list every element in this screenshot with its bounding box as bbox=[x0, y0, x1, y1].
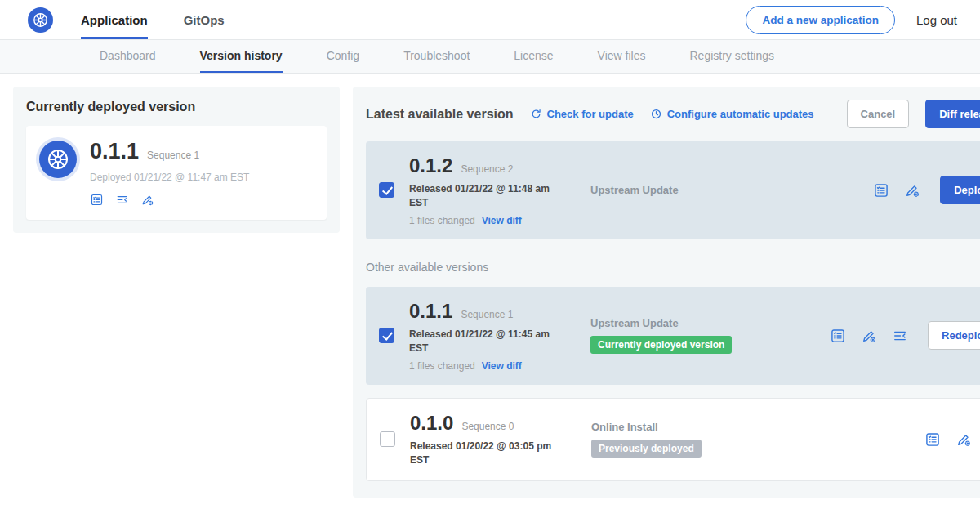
version-sequence: Sequence 2 bbox=[461, 163, 513, 175]
app-sub-nav: Dashboard Version history Config Trouble… bbox=[0, 40, 980, 74]
edit-config-button[interactable] bbox=[956, 431, 972, 448]
release-notes-icon bbox=[90, 193, 104, 207]
tab-application[interactable]: Application bbox=[81, 0, 148, 39]
release-notes-button[interactable] bbox=[90, 193, 104, 207]
edit-config-button[interactable] bbox=[861, 328, 877, 344]
diff-releases-button[interactable]: Diff releases bbox=[925, 100, 980, 128]
subnav-item-config[interactable]: Config bbox=[327, 40, 359, 73]
version-source: Upstream Update Currently deployed versi… bbox=[590, 317, 732, 354]
source-label: Online Install bbox=[591, 421, 702, 433]
released-timestamp: Released 01/21/22 @ 11:45 am EST bbox=[409, 328, 564, 356]
release-notes-icon bbox=[830, 328, 846, 344]
released-timestamp: Released 01/21/22 @ 11:48 am EST bbox=[409, 182, 564, 211]
top-tabs: Application GitOps bbox=[81, 0, 225, 39]
currently-deployed-card: Currently deployed version 0.1.1 Sequenc… bbox=[13, 87, 340, 233]
version-checkbox-wrapper bbox=[380, 431, 395, 447]
add-application-button[interactable]: Add a new application bbox=[746, 6, 895, 34]
edit-config-button[interactable] bbox=[904, 182, 920, 199]
panel-header: Latest available version Check for updat… bbox=[366, 100, 980, 128]
main-content: Currently deployed version 0.1.1 Sequenc… bbox=[0, 74, 980, 511]
subnav-item-license[interactable]: License bbox=[514, 40, 553, 73]
configure-updates-label: Configure automatic updates bbox=[667, 108, 814, 120]
subnav-item-view-files[interactable]: View files bbox=[598, 40, 646, 73]
currently-deployed-badge: Currently deployed version bbox=[590, 336, 732, 354]
kubernetes-logo bbox=[28, 7, 53, 33]
configure-updates-link[interactable]: Configure automatic updates bbox=[650, 108, 814, 120]
wrench-gear-icon bbox=[861, 328, 877, 344]
panel-title: Latest available version bbox=[366, 107, 514, 122]
deployed-card-title: Currently deployed version bbox=[26, 100, 327, 114]
check-for-update-label: Check for update bbox=[547, 108, 634, 120]
view-diff-button[interactable] bbox=[115, 193, 129, 207]
version-select-checkbox[interactable] bbox=[379, 182, 394, 198]
top-right-actions: Add a new application Log out bbox=[746, 6, 957, 34]
deployed-version-number: 0.1.1 bbox=[90, 139, 139, 164]
version-number: 0.1.2 bbox=[409, 154, 452, 177]
release-notes-icon bbox=[873, 182, 889, 199]
version-source: Upstream Update bbox=[590, 184, 679, 196]
version-row-0-1-1: 0.1.1 Sequence 1 Released 01/21/22 @ 11:… bbox=[366, 287, 980, 385]
version-actions: Deploy bbox=[873, 176, 980, 204]
deployed-timestamp: Deployed 01/21/22 @ 11:47 am EST bbox=[90, 172, 249, 183]
subnav-item-version-history[interactable]: Version history bbox=[200, 40, 283, 73]
other-versions-heading: Other available versions bbox=[366, 261, 980, 274]
files-changed-line: 1 files changed View diff bbox=[409, 360, 590, 372]
version-select-checkbox[interactable] bbox=[379, 328, 394, 343]
view-diff-button[interactable] bbox=[892, 328, 908, 344]
version-select-checkbox[interactable] bbox=[380, 431, 395, 447]
version-checkbox-wrapper bbox=[379, 182, 394, 198]
version-actions: Redeploy bbox=[830, 321, 980, 350]
diff-icon bbox=[115, 193, 129, 207]
logout-link[interactable]: Log out bbox=[916, 13, 957, 27]
version-history-panel: Latest available version Check for updat… bbox=[353, 87, 980, 498]
check-for-update-link[interactable]: Check for update bbox=[530, 108, 634, 120]
refresh-icon bbox=[530, 108, 542, 120]
clock-icon bbox=[650, 108, 662, 120]
redeploy-button[interactable]: Redeploy bbox=[928, 321, 980, 350]
deployed-version-sequence: Sequence 1 bbox=[147, 150, 199, 161]
app-icon bbox=[39, 141, 77, 178]
release-notes-button[interactable] bbox=[873, 182, 889, 199]
source-label: Upstream Update bbox=[590, 184, 679, 196]
release-notes-icon bbox=[924, 431, 941, 448]
view-diff-link[interactable]: View diff bbox=[482, 360, 522, 372]
subnav-item-dashboard[interactable]: Dashboard bbox=[100, 40, 156, 73]
cancel-button[interactable]: Cancel bbox=[847, 100, 910, 128]
released-timestamp: Released 01/20/22 @ 03:05 pm EST bbox=[410, 440, 565, 468]
version-source: Online Install Previously deployed bbox=[591, 421, 702, 458]
version-checkbox-wrapper bbox=[379, 328, 394, 343]
version-actions bbox=[924, 431, 980, 448]
deployed-version-info: 0.1.1 Sequence 1 Deployed 01/21/22 @ 11:… bbox=[90, 139, 249, 207]
subnav-item-troubleshoot[interactable]: Troubleshoot bbox=[403, 40, 470, 73]
subnav-item-registry-settings[interactable]: Registry settings bbox=[689, 40, 773, 73]
release-notes-button[interactable] bbox=[924, 431, 941, 448]
version-sequence: Sequence 0 bbox=[461, 421, 514, 432]
version-row-0-1-2: 0.1.2 Sequence 2 Released 01/21/22 @ 11:… bbox=[366, 141, 980, 239]
view-diff-link[interactable]: View diff bbox=[482, 215, 522, 226]
files-changed-line: 1 files changed View diff bbox=[409, 215, 590, 226]
version-sequence: Sequence 1 bbox=[461, 309, 513, 320]
top-nav-bar: Application GitOps Add a new application… bbox=[0, 0, 980, 40]
edit-config-button[interactable] bbox=[140, 193, 154, 207]
source-label: Upstream Update bbox=[590, 317, 732, 329]
release-notes-button[interactable] bbox=[830, 328, 846, 344]
kubernetes-wheel-icon bbox=[32, 11, 49, 29]
version-info: 0.1.2 Sequence 2 Released 01/21/22 @ 11:… bbox=[409, 154, 590, 226]
version-info: 0.1.0 Sequence 0 Released 01/20/22 @ 03:… bbox=[410, 412, 591, 468]
files-changed-count: 1 files changed bbox=[409, 360, 475, 372]
kubernetes-wheel-icon bbox=[46, 147, 70, 172]
tab-gitops[interactable]: GitOps bbox=[184, 0, 225, 39]
wrench-gear-icon bbox=[956, 431, 972, 448]
deployed-version-card: 0.1.1 Sequence 1 Deployed 01/21/22 @ 11:… bbox=[26, 126, 327, 220]
version-row-0-1-0: 0.1.0 Sequence 0 Released 01/20/22 @ 03:… bbox=[366, 398, 980, 482]
previously-deployed-badge: Previously deployed bbox=[591, 440, 702, 458]
wrench-gear-icon bbox=[140, 193, 154, 207]
version-number: 0.1.0 bbox=[410, 412, 453, 435]
version-info: 0.1.1 Sequence 1 Released 01/21/22 @ 11:… bbox=[409, 300, 590, 372]
files-changed-count: 1 files changed bbox=[409, 215, 475, 226]
deploy-button[interactable]: Deploy bbox=[940, 176, 980, 204]
diff-icon bbox=[892, 328, 908, 344]
version-number: 0.1.1 bbox=[409, 300, 452, 323]
wrench-gear-icon bbox=[904, 182, 920, 199]
deployed-version-actions bbox=[90, 193, 249, 207]
